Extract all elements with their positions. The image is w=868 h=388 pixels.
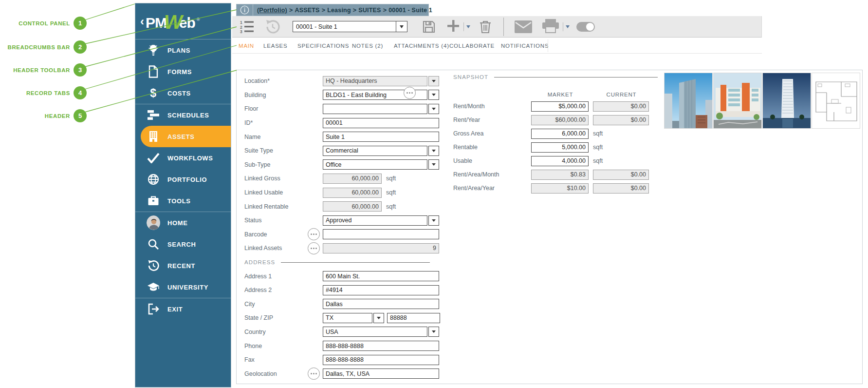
geolocation-field[interactable]	[323, 369, 439, 379]
country-select[interactable]	[323, 327, 427, 337]
floor-plan-thumbnail[interactable]	[812, 73, 860, 129]
sidebar-item-workflows[interactable]: WORKFLOWS	[135, 147, 231, 169]
status-select-arrow[interactable]	[428, 215, 439, 226]
sidebar-item-costs[interactable]: $ COSTS	[135, 82, 231, 104]
usable-field[interactable]	[531, 156, 589, 166]
id-field[interactable]	[323, 118, 439, 128]
tab-collaborate[interactable]: COLLABORATE	[449, 38, 495, 54]
asset-photo-strip	[664, 73, 860, 129]
separator	[463, 22, 464, 31]
field-label: Building	[244, 92, 308, 98]
floor-select[interactable]	[323, 104, 427, 114]
print-button[interactable]	[542, 19, 559, 35]
breadcrumbs-bar: (Portfolio)>ASSETS>Leasing>SUITES>00001 …	[236, 4, 429, 16]
sidebar-item-plans[interactable]: PLANS	[135, 39, 231, 61]
info-icon[interactable]	[237, 4, 253, 16]
phone-field[interactable]	[323, 341, 439, 351]
fax-field[interactable]	[323, 355, 439, 365]
high-rise-building-photo[interactable]	[664, 73, 713, 129]
collapse-sidebar-icon[interactable]: ‹	[140, 16, 144, 27]
form-row-address1: Address 1	[244, 269, 440, 283]
field-label: City	[244, 301, 308, 308]
tab-main[interactable]: MAIN	[239, 38, 254, 54]
building-select-arrow[interactable]	[428, 90, 439, 100]
form-row-city: City	[244, 297, 440, 311]
snapshot-ellipsis-button[interactable]	[404, 87, 416, 99]
sidebar-item-recent[interactable]: RECENT	[135, 255, 231, 276]
sidebar-item-exit[interactable]: EXIT	[135, 298, 231, 320]
delete-button[interactable]	[479, 20, 492, 34]
tab-leases[interactable]: LEASES	[263, 38, 288, 54]
gross-area-field[interactable]	[531, 129, 589, 139]
status-select[interactable]	[323, 215, 427, 226]
record-list-icon[interactable]: 123	[240, 20, 255, 33]
tab-attachments[interactable]: ATTACHMENTS (4)	[394, 38, 449, 54]
city-field[interactable]	[323, 299, 439, 309]
sidebar-item-home[interactable]: HOME	[135, 212, 231, 233]
waterfront-tower-photo[interactable]	[762, 73, 811, 129]
field-label: Rent/Area/Month	[453, 171, 531, 178]
add-dropdown-icon[interactable]	[466, 25, 470, 28]
rent-area-year-market-field	[531, 183, 589, 194]
tab-specifications[interactable]: SPECIFICATIONS	[297, 38, 349, 54]
sidebar-item-portfolio[interactable]: PORTFOLIO	[135, 169, 231, 190]
annotation-label: RECORD TABS	[26, 90, 70, 96]
sub-type-select-arrow[interactable]	[428, 159, 439, 170]
location-select-arrow	[428, 76, 439, 86]
sidebar-item-search[interactable]: SEARCH	[135, 233, 231, 255]
tab-notes[interactable]: NOTES (2)	[352, 38, 383, 54]
address1-field[interactable]	[323, 271, 439, 281]
svg-text:3: 3	[240, 29, 242, 33]
sidebar-item-university[interactable]: UNIVERSITY	[135, 276, 231, 298]
sidebar-item-label: SCHEDULES	[167, 112, 209, 119]
sidebar-item-tools[interactable]: TOOLS	[135, 190, 231, 212]
name-field[interactable]	[323, 132, 439, 142]
record-selector-input[interactable]	[293, 21, 396, 32]
field-label: Linked Assets	[244, 245, 308, 252]
country-select-arrow[interactable]	[428, 327, 439, 337]
sidebar-item-label: SEARCH	[167, 241, 196, 248]
rentable-field[interactable]	[531, 142, 589, 153]
barcode-field[interactable]	[323, 229, 439, 239]
linked-assets-ellipsis-button[interactable]	[308, 242, 320, 254]
rent-area-month-current-field	[593, 170, 649, 180]
add-button[interactable]	[446, 19, 460, 35]
logo-row: ‹ PM W eb ®	[135, 3, 231, 39]
tab-notifications[interactable]: NOTIFICATIONS	[501, 38, 549, 54]
layout-toggle[interactable]	[576, 22, 595, 32]
rent-month-market-field[interactable]	[531, 101, 589, 112]
breadcrumb-record[interactable]: 00001 - Suite 1	[388, 7, 432, 14]
breadcrumb-portfolio[interactable]: (Portfolio)	[257, 7, 287, 14]
state-select-arrow[interactable]	[373, 313, 384, 323]
linked-rentable-field	[323, 201, 382, 212]
print-dropdown-icon[interactable]	[566, 25, 570, 28]
breadcrumb-leasing[interactable]: Leasing	[327, 7, 351, 14]
logo-registered-mark: ®	[197, 17, 200, 22]
geolocation-ellipsis-button[interactable]	[308, 368, 320, 380]
suite-type-select-arrow[interactable]	[428, 146, 439, 156]
record-header-panel: Location* Building Floor	[236, 70, 863, 384]
snapshot-row-rentable: Rentable sqft	[453, 140, 649, 154]
sub-type-select[interactable]	[323, 159, 427, 170]
email-button[interactable]	[515, 20, 532, 33]
suite-type-select[interactable]	[323, 146, 427, 156]
state-select[interactable]	[323, 313, 372, 323]
save-button[interactable]	[422, 20, 436, 34]
barcode-ellipsis-button[interactable]	[308, 228, 320, 240]
address2-field[interactable]	[323, 285, 439, 295]
breadcrumb-suites[interactable]: SUITES	[358, 7, 381, 14]
record-selector-dropdown-button[interactable]	[396, 21, 407, 32]
linked-usable-field	[323, 188, 382, 198]
sidebar-item-schedules[interactable]: SCHEDULES	[135, 104, 231, 126]
svg-text:2: 2	[240, 25, 242, 30]
form-row-status: Status	[244, 213, 440, 228]
sidebar-item-label: PLANS	[167, 47, 190, 54]
zip-field[interactable]	[387, 313, 440, 323]
sidebar-item-forms[interactable]: FORMS	[135, 61, 231, 82]
floor-select-arrow[interactable]	[428, 104, 439, 114]
sidebar-item-assets[interactable]: ASSETS	[141, 126, 231, 147]
schedule-bars-icon	[147, 110, 160, 120]
breadcrumb-assets[interactable]: ASSETS	[295, 7, 319, 14]
apartment-building-photo[interactable]	[713, 73, 762, 129]
form-row-linked-rentable: Linked Rentable sqft	[244, 199, 440, 213]
